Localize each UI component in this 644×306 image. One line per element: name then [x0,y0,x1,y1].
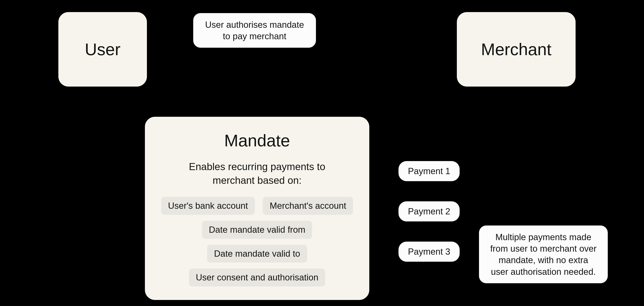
mandate-box: Mandate Enables recurring payments to me… [145,117,369,300]
mandate-chip-row: User's bank account Merchant's account D… [157,197,357,286]
authorise-callout: User authorises mandate to pay merchant [193,13,316,48]
payment-3-pill: Payment 3 [398,242,460,262]
chip-valid-to: Date mandate valid to [207,245,307,263]
payment-3-label: Payment 3 [398,242,460,262]
mandate-subtitle: Enables recurring payments to merchant b… [167,160,348,187]
merchant-node: Merchant [457,12,576,86]
payment-2-pill: Payment 2 [398,201,460,222]
payment-2-label: Payment 2 [398,201,460,222]
chip-valid-from: Date mandate valid from [202,221,312,239]
mandate-title: Mandate [224,131,290,150]
chip-user-bank-account: User's bank account [161,197,255,215]
user-label: User [85,40,120,59]
payment-1-label: Payment 1 [398,161,460,181]
chip-merchant-account: Merchant's account [263,197,353,215]
chip-consent: User consent and authorisation [189,268,325,286]
user-node: User [58,12,147,86]
diagram-canvas: User Merchant User authorises mandate to… [0,0,644,306]
payment-1-pill: Payment 1 [398,161,460,181]
merchant-label: Merchant [481,40,552,59]
multiple-payments-callout: Multiple payments made from user to merc… [479,226,608,283]
